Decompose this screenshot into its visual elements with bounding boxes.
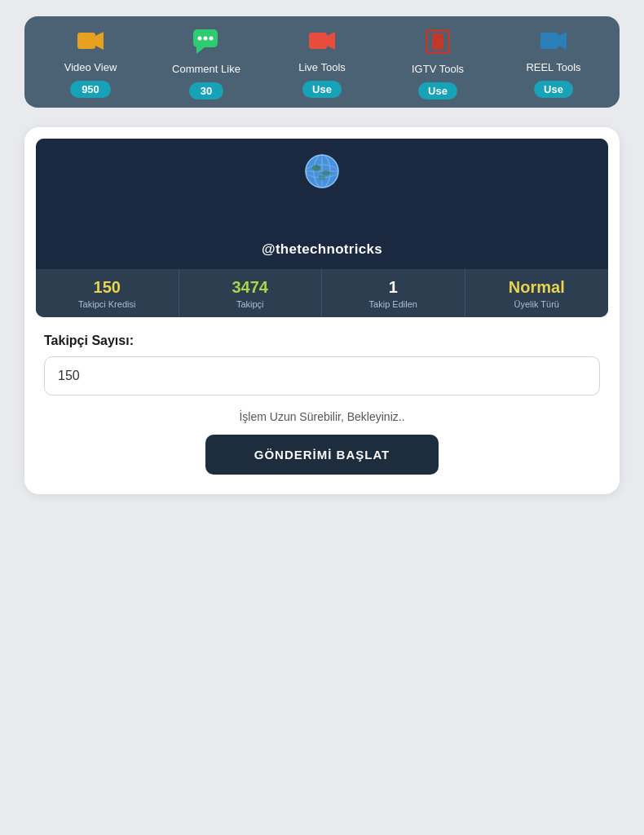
svg-marker-8 [327, 32, 335, 50]
globe-icon [304, 153, 340, 189]
svg-marker-3 [196, 47, 205, 54]
svg-point-4 [198, 37, 202, 41]
nav-badge-reel-tools: Use [534, 81, 573, 98]
svg-rect-0 [77, 33, 95, 49]
reel-tools-icon [540, 29, 567, 56]
stat-value-credits: 150 [42, 277, 172, 297]
profile-username: @thetechnotricks [262, 241, 382, 258]
video-view-icon [77, 29, 104, 56]
svg-point-5 [204, 37, 208, 41]
stats-row: 150 Takipci Kredisi 3474 Takipçi 1 Takip… [36, 269, 608, 317]
nav-item-video-view[interactable]: Video View 950 [33, 29, 148, 98]
nav-item-reel-tools[interactable]: REEL Tools Use [496, 29, 611, 98]
main-card: @thetechnotricks 150 Takipci Kredisi 347… [24, 127, 620, 494]
profile-dark-area: @thetechnotricks [36, 139, 608, 269]
svg-point-19 [312, 165, 320, 171]
nav-item-live-tools[interactable]: Live Tools Use [264, 29, 380, 98]
nav-item-igtv-tools[interactable]: IGTV Tools Use [380, 29, 496, 99]
stat-label-followers: Takipçi [186, 299, 315, 309]
nav-label-comment-like: Comment Like [172, 63, 240, 76]
submit-button[interactable]: GÖNDERİMİ BAŞLAT [205, 435, 439, 475]
nav-badge-igtv-tools: Use [418, 82, 457, 99]
nav-label-reel-tools: REEL Tools [526, 61, 580, 74]
live-tools-icon [309, 29, 335, 56]
stat-cell-following: 1 Takip Edilen [322, 269, 465, 317]
nav-badge-live-tools: Use [302, 81, 342, 98]
stat-label-following: Takip Edilen [329, 299, 458, 309]
profile-section: @thetechnotricks 150 Takipci Kredisi 347… [36, 139, 608, 317]
nav-label-video-view: Video View [64, 61, 117, 74]
stat-cell-membership: Normal Üyelik Türü [465, 269, 609, 317]
form-label: Takipçi Sayısı: [44, 334, 600, 348]
igtv-tools-icon [426, 29, 450, 58]
svg-rect-11 [540, 33, 558, 49]
stat-cell-followers: 3474 Takipçi [179, 269, 323, 317]
svg-point-6 [210, 37, 214, 41]
stat-label-membership: Üyelik Türü [472, 299, 602, 309]
svg-point-21 [319, 175, 325, 180]
nav-badge-video-view: 950 [70, 81, 111, 98]
stat-cell-credits: 150 Takipci Kredisi [36, 269, 179, 317]
form-section: Takipçi Sayısı: İşlem Uzun Sürebilir, Be… [36, 317, 608, 483]
nav-badge-comment-like: 30 [189, 82, 223, 99]
stat-value-followers: 3474 [186, 277, 315, 297]
form-notice: İşlem Uzun Sürebilir, Bekleyiniz.. [44, 410, 600, 423]
stat-value-following: 1 [329, 277, 458, 297]
svg-point-20 [321, 170, 331, 175]
stat-value-membership: Normal [472, 277, 602, 297]
svg-rect-7 [309, 33, 327, 49]
app-container: Video View 950 Comment Like 30 [0, 0, 644, 835]
nav-label-igtv-tools: IGTV Tools [412, 63, 464, 76]
follower-count-input[interactable] [44, 356, 600, 395]
svg-rect-10 [432, 33, 443, 50]
svg-marker-1 [95, 32, 104, 50]
top-nav: Video View 950 Comment Like 30 [24, 16, 620, 108]
stat-label-credits: Takipci Kredisi [42, 299, 172, 309]
nav-label-live-tools: Live Tools [298, 61, 346, 74]
svg-marker-12 [558, 32, 567, 50]
comment-like-icon [193, 29, 219, 58]
nav-item-comment-like[interactable]: Comment Like 30 [148, 29, 264, 99]
